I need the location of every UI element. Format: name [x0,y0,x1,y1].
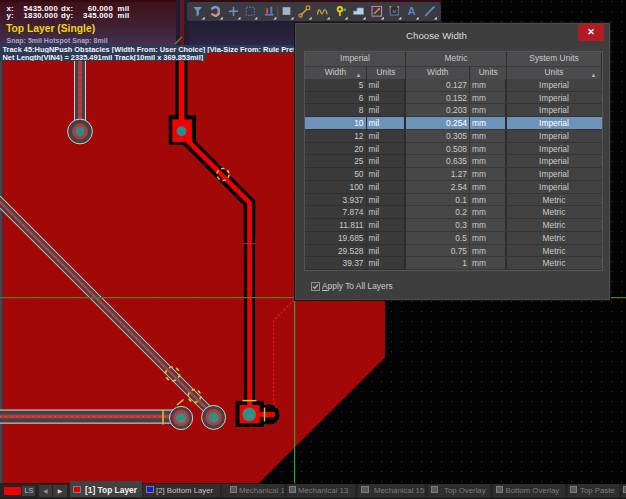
svg-text:VIN5: VIN5 [178,419,185,423]
svg-text:VIN4: VIN4 [246,415,253,419]
svg-text:A: A [408,5,416,17]
svg-text:1: 1 [248,411,250,415]
svg-text:VIN5: VIN5 [210,418,217,422]
svg-text:M: M [392,9,396,14]
